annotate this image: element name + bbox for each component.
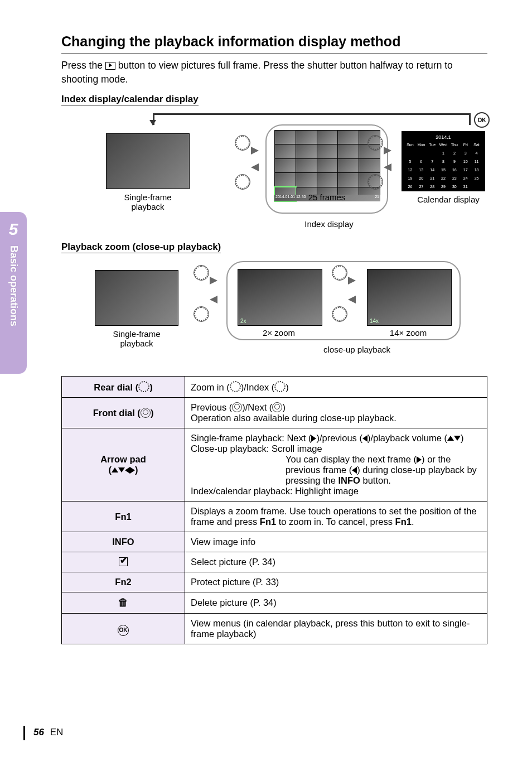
table-row: Arrow pad () Single-frame playback: Next… [62, 428, 487, 502]
rear-dial-icon [194, 266, 209, 280]
rear-dial-icon [235, 175, 250, 189]
table-row: Delete picture (P. 34) [62, 592, 487, 614]
table-row: Select picture (P. 34) [62, 552, 487, 572]
front-dial-desc: Previous ()/Next () Operation also avail… [185, 398, 487, 428]
front-dial-icon [141, 408, 151, 418]
right-icon [417, 456, 422, 463]
table-row: Rear dial () Zoom in ()/Index () [62, 377, 487, 398]
single-frame-thumb [95, 270, 178, 326]
operations-table: Rear dial () Zoom in ()/Index () Front d… [61, 376, 487, 644]
loopback-line [153, 113, 471, 125]
table-row: Front dial () Previous ()/Next () Operat… [62, 398, 487, 428]
rear-dial-label: Rear dial () [62, 377, 185, 398]
arrow-right-icon [210, 277, 217, 285]
chapter-label: Basic operations [8, 245, 20, 326]
chapter-tab: 5 Basic operations [0, 212, 27, 374]
rear-dial-icon [332, 307, 347, 321]
rear-dial-icon [274, 381, 286, 392]
subheading-zoom: Playback zoom (close-up playback) [61, 242, 221, 253]
page-number: 56 [33, 727, 44, 737]
calendar-thumb: 2014.1 SunMonTueWedThuFriSat 1234 567891… [402, 131, 485, 191]
arrow-left-icon [348, 296, 356, 303]
left-icon [125, 467, 130, 474]
left-icon [352, 467, 357, 474]
arrow-right-icon [384, 147, 391, 155]
zoom-14x-thumb: 14x [367, 269, 452, 326]
fn2-label: Fn2 [62, 572, 185, 592]
table-row: OK View menus (in calendar playback, pre… [62, 614, 487, 644]
intro-text: Press the button to view pictures full f… [61, 59, 487, 86]
rear-dial-icon [138, 381, 149, 392]
info-label: INFO [62, 532, 185, 552]
fn1-label: Fn1 [62, 502, 185, 532]
index-25-caption: 25 frames [288, 192, 366, 202]
rear-dial-icon [368, 175, 383, 189]
single-frame-caption: Single-frame playback [109, 192, 187, 211]
table-row: Fn1 Displays a zoom frame. Use touch ope… [62, 502, 487, 532]
ok-desc: View menus (in calendar playback, press … [185, 614, 487, 644]
index-display-caption: Index display [290, 219, 368, 229]
zoom-2x-thumb: 2x [238, 269, 322, 326]
rear-dial-icon [368, 136, 383, 150]
arrow-left-icon [251, 163, 259, 171]
rear-dial-desc: Zoom in ()/Index () [185, 377, 487, 398]
subheading-index: Index display/calendar display [61, 94, 199, 105]
delete-label [62, 592, 185, 614]
zoom-diagram: Single-frame playback 2x 2× zoom 14x 14×… [61, 261, 485, 367]
trash-icon [118, 597, 128, 607]
delete-desc: Delete picture (P. 34) [185, 592, 487, 614]
ok-icon: OK [118, 625, 129, 636]
page-lang: EN [50, 727, 64, 737]
fn2-desc: Protect picture (P. 33) [185, 572, 487, 592]
loopback-arrow [149, 120, 156, 126]
index-calendar-diagram: OK Single-frame playback 2014.01.01 12:3… [61, 113, 485, 236]
front-dial-icon [232, 402, 242, 412]
table-row: INFO View image info [62, 532, 487, 552]
ok-label: OK [62, 614, 185, 644]
section-title: Changing the playback information displa… [61, 33, 487, 54]
index-25-thumb: 2014.01.01 12:3021 [274, 130, 380, 201]
rear-dial-icon [332, 266, 347, 280]
select-label [62, 552, 185, 572]
arrow-left-icon [210, 296, 217, 303]
arrow-left-icon [384, 163, 391, 171]
front-dial-label: Front dial () [62, 398, 185, 428]
arrow-right-icon [348, 277, 356, 285]
single-frame-thumb [106, 133, 190, 189]
rear-dial-icon [194, 307, 209, 321]
up-icon [112, 467, 118, 472]
page-footer: 56 EN [33, 727, 63, 738]
zoom-2x-caption: 2× zoom [240, 328, 318, 337]
down-icon [454, 436, 461, 441]
arrow-right-icon [251, 147, 259, 155]
arrow-pad-label: Arrow pad () [62, 428, 185, 502]
single-frame-caption: Single-frame playback [98, 329, 176, 348]
right-icon [130, 467, 135, 474]
zoom-14x-caption: 14× zoom [369, 328, 447, 337]
check-icon [119, 557, 128, 566]
up-icon [447, 436, 454, 441]
rear-dial-icon [235, 136, 250, 150]
arrow-pad-desc: Single-frame playback: Next ()/previous … [185, 428, 487, 502]
play-icon [105, 62, 115, 70]
chapter-number: 5 [9, 220, 18, 239]
fn1-desc: Displays a zoom frame. Use touch operati… [185, 502, 487, 532]
closeup-caption: close-up playback [307, 345, 407, 354]
footer-bar [23, 726, 25, 740]
left-icon [362, 435, 367, 442]
front-dial-icon [272, 402, 282, 412]
table-row: Fn2 Protect picture (P. 33) [62, 572, 487, 592]
ok-icon: OK [474, 112, 490, 128]
info-desc: View image info [185, 532, 487, 552]
down-icon [118, 467, 125, 472]
select-desc: Select picture (P. 34) [185, 552, 487, 572]
calendar-caption: Calendar display [404, 195, 493, 204]
rear-dial-icon [230, 381, 241, 392]
